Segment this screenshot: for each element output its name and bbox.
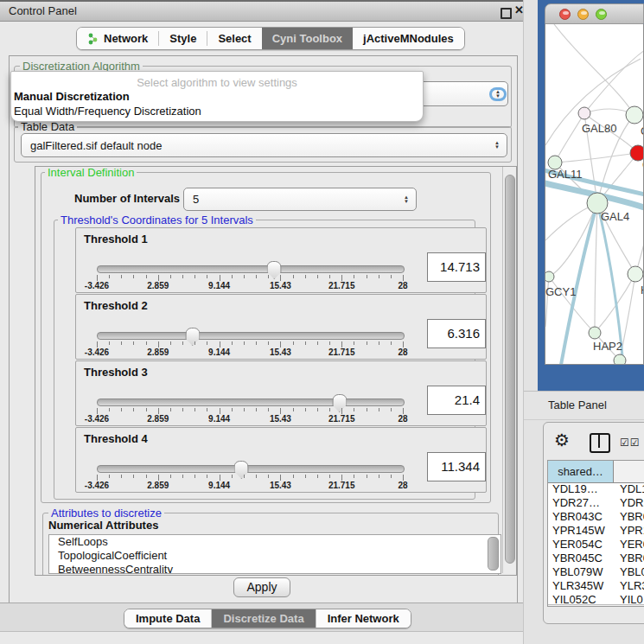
cell-shared-name[interactable]: YLR345W — [548, 579, 615, 593]
tick-mark — [293, 475, 294, 478]
number-of-intervals-combobox[interactable]: 5 ▲▼ — [183, 188, 417, 211]
tick-mark — [182, 475, 183, 478]
tick-mark — [391, 475, 392, 478]
gear-icon[interactable]: ⚙ — [554, 431, 570, 449]
settings-vertical-scrollbar[interactable] — [502, 167, 516, 573]
cell-name[interactable]: YLR3 — [615, 579, 644, 593]
tick-mark — [305, 341, 306, 345]
network-node-gal80[interactable] — [578, 107, 590, 119]
tick-mark — [194, 341, 195, 345]
dropdown-option-manual-discretization[interactable]: Manual Discretization — [11, 89, 423, 104]
threshold-1-slider[interactable] — [97, 265, 405, 273]
tick-mark — [244, 408, 245, 411]
tick-mark — [244, 341, 245, 345]
number-of-intervals-label: Number of Intervals — [74, 192, 180, 205]
cell-name[interactable]: YPR1 — [615, 524, 644, 538]
tick-mark — [305, 275, 306, 278]
attribute-list-item[interactable]: BetweennessCentrality — [49, 563, 501, 574]
cell-shared-name[interactable]: YER054C — [548, 538, 615, 552]
cell-name[interactable]: YBR0 — [615, 552, 644, 565]
attributes-list-scrollbar[interactable] — [488, 537, 499, 571]
tick-mark — [170, 341, 171, 345]
cell-name[interactable]: YDL1 — [615, 482, 644, 496]
threshold-2-slider[interactable] — [97, 332, 405, 340]
tick-mark — [158, 341, 159, 348]
tab-infer-network[interactable]: Infer Network — [316, 609, 411, 628]
threshold-1-value-field[interactable]: 14.713 — [427, 252, 486, 282]
table-row[interactable]: YER054CYER0 — [548, 538, 644, 552]
cell-shared-name[interactable]: YBR043C — [548, 510, 615, 524]
network-node-unlabeled[interactable] — [614, 354, 626, 365]
tick-mark — [121, 275, 122, 278]
close-traffic-light-icon[interactable] — [559, 9, 571, 20]
table-row[interactable]: YPR145WYPR1 — [548, 524, 644, 538]
cell-name[interactable]: YBR0 — [615, 510, 644, 524]
tab-label: Discretize Data — [223, 612, 303, 625]
select-columns-icon[interactable]: ☑☑ — [620, 437, 641, 449]
column-header-shared-name[interactable]: shared… — [548, 461, 614, 482]
cell-shared-name[interactable]: YDL19… — [548, 482, 615, 496]
table-row[interactable]: YBR045CYBR0 — [548, 552, 644, 565]
dropdown-placeholder-item[interactable]: Select algorithm to view settings — [11, 72, 423, 89]
table-row[interactable]: YBL079WYBL0 — [548, 565, 644, 579]
control-panel-title: Control Panel — [9, 4, 77, 17]
zoom-traffic-light-icon[interactable] — [596, 9, 607, 20]
float-window-icon[interactable] — [501, 8, 512, 19]
table-data-combobox[interactable]: galFiltered.sif default node ▲▼ — [21, 133, 507, 157]
table-row[interactable]: YLR345WYLR3 — [548, 579, 644, 593]
attribute-list-item[interactable]: SelfLoops — [49, 535, 501, 549]
tab-select[interactable]: Select — [207, 28, 261, 49]
table-horizontal-scrollbar[interactable] — [548, 604, 644, 607]
network-node-hap2[interactable] — [589, 327, 601, 339]
tab-discretize-data[interactable]: Discretize Data — [212, 609, 315, 628]
combobox-arrows-icon[interactable]: ▲▼ — [492, 90, 504, 99]
cell-shared-name[interactable]: YDR27… — [548, 496, 615, 510]
network-window-titlebar[interactable] — [545, 3, 644, 24]
tab-jactivemnodules[interactable]: jActiveMNodules — [353, 28, 464, 49]
minimize-traffic-light-icon[interactable] — [577, 9, 589, 20]
combobox-arrows-icon[interactable]: ▲▼ — [400, 195, 412, 204]
tick-mark — [280, 475, 281, 481]
tick-mark — [207, 275, 207, 278]
node-label: GAL4 — [601, 210, 629, 223]
tab-cyni-toolbox[interactable]: Cyni Toolbox — [262, 28, 353, 49]
close-icon[interactable]: ✕ — [514, 3, 524, 16]
tick-mark — [207, 408, 207, 411]
attribute-list-item[interactable]: TopologicalCoefficient — [49, 549, 501, 563]
tick-mark — [341, 408, 342, 414]
threshold-4-slider[interactable] — [97, 465, 405, 473]
tab-network[interactable]: Network — [77, 28, 158, 49]
threshold-3-value-field[interactable]: 21.4 — [427, 386, 486, 415]
threshold-label: Threshold 2 — [84, 299, 148, 312]
apply-button[interactable]: Apply — [233, 577, 290, 597]
cell-shared-name[interactable]: YPR145W — [548, 524, 615, 538]
column-layout-icon[interactable] — [590, 433, 610, 453]
network-node-gcy1[interactable] — [545, 271, 554, 282]
threshold-3-slider[interactable] — [97, 399, 405, 406]
dropdown-option-equal-width[interactable]: Equal Width/Frequency Discretization — [11, 104, 423, 118]
column-header-name[interactable]: na — [614, 461, 644, 482]
cell-name[interactable]: YER0 — [615, 538, 644, 552]
network-canvas[interactable]: GAL80GACGAL11GAL4GCY1HHAP2 — [545, 24, 644, 365]
table-row[interactable]: YBR043CYBR0 — [548, 510, 644, 524]
cell-name[interactable]: YDR2 — [615, 496, 644, 510]
node-attribute-table[interactable]: shared… na YDL19…YDL1YDR27…YDR2YBR043CYB… — [547, 460, 644, 607]
scrollbar-thumb[interactable] — [505, 175, 515, 564]
tab-impute-data[interactable]: Impute Data — [124, 609, 211, 628]
cell-shared-name[interactable]: YBL079W — [548, 565, 615, 579]
cell-name[interactable]: YBL0 — [615, 565, 644, 579]
table-row[interactable]: YDL19…YDL1 — [548, 482, 644, 496]
table-row[interactable]: YDR27…YDR2 — [548, 496, 644, 510]
threshold-2-value-field[interactable]: 6.316 — [427, 319, 486, 348]
combobox-arrows-icon[interactable]: ▲▼ — [491, 141, 503, 150]
tab-style[interactable]: Style — [159, 28, 207, 49]
network-node-ga[interactable] — [626, 106, 643, 124]
threshold-4-value-field[interactable]: 11.344 — [427, 452, 486, 481]
cell-shared-name[interactable]: YBR045C — [548, 552, 615, 565]
tick-mark — [268, 275, 269, 278]
tick-mark — [220, 341, 220, 348]
network-node-h[interactable] — [628, 266, 643, 282]
tick-mark — [379, 408, 379, 411]
tick-mark — [391, 275, 392, 278]
numerical-attributes-list[interactable]: SelfLoopsTopologicalCoefficientBetweenne… — [48, 534, 501, 574]
